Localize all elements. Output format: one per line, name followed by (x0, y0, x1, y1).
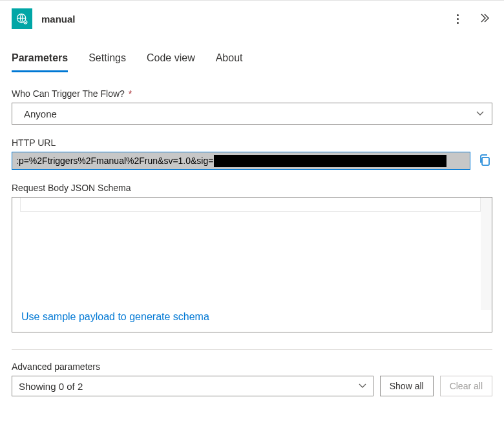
copy-url-button[interactable] (477, 152, 492, 170)
use-sample-payload-link[interactable]: Use sample payload to generate schema (21, 311, 209, 323)
show-all-button[interactable]: Show all (380, 376, 434, 396)
divider (12, 349, 492, 350)
clear-all-button: Clear all (440, 376, 492, 396)
tab-about[interactable]: About (216, 52, 243, 72)
tab-code-view[interactable]: Code view (147, 52, 195, 72)
field-http-url: HTTP URL :p=%2Ftriggers%2Fmanual%2Frun&s… (12, 137, 492, 170)
http-url-input[interactable]: :p=%2Ftriggers%2Fmanual%2Frun&sv=1.0&sig… (12, 152, 470, 170)
required-indicator: * (129, 88, 132, 99)
trigger-access-select[interactable]: Anyone (12, 103, 492, 125)
tab-settings[interactable]: Settings (89, 52, 126, 72)
field-trigger-access: Who Can Trigger The Flow? * Anyone (12, 88, 492, 125)
trigger-type-icon (12, 8, 32, 29)
chevron-down-icon (476, 110, 484, 117)
tab-parameters[interactable]: Parameters (12, 52, 68, 72)
advanced-select[interactable]: Showing 0 of 2 (12, 376, 373, 396)
trigger-label-text: Who Can Trigger The Flow? (12, 88, 125, 99)
advanced-label: Advanced parameters (12, 361, 492, 372)
globe-http-icon (16, 12, 28, 25)
chevron-down-icon (359, 382, 366, 390)
chevron-double-right-icon (479, 13, 490, 23)
schema-textarea[interactable]: Use sample payload to generate schema (12, 197, 492, 332)
panel-header: manual (0, 1, 504, 34)
http-url-redacted (214, 155, 446, 167)
more-menu-button[interactable] (454, 12, 461, 26)
advanced-parameters-section: Advanced parameters Showing 0 of 2 Show … (12, 361, 492, 396)
select-value: Anyone (20, 108, 57, 119)
schema-editor-line (20, 198, 481, 212)
http-url-visible-text: :p=%2Ftriggers%2Fmanual%2Frun&sv=1.0&sig… (16, 156, 213, 166)
advanced-select-value: Showing 0 of 2 (19, 381, 83, 392)
field-label: Who Can Trigger The Flow? * (12, 88, 492, 99)
collapse-panel-button[interactable] (477, 10, 492, 28)
page-title: manual (41, 14, 454, 25)
http-url-label: HTTP URL (12, 137, 492, 148)
schema-label: Request Body JSON Schema (12, 183, 492, 193)
field-schema: Request Body JSON Schema Use sample payl… (12, 183, 492, 332)
schema-scrollbar[interactable] (481, 198, 492, 310)
copy-icon (478, 154, 491, 167)
tab-bar: Parameters Settings Code view About (0, 34, 504, 73)
svg-rect-2 (482, 158, 489, 165)
panel-body: Who Can Trigger The Flow? * Anyone HTTP … (0, 73, 504, 396)
